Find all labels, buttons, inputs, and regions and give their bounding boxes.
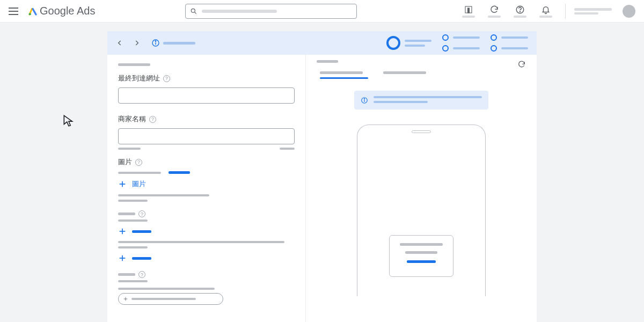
ad-preview-card (389, 235, 453, 277)
preview-tab-2[interactable] (383, 71, 426, 79)
plus-icon (123, 296, 128, 302)
preview-tab-1[interactable] (320, 71, 368, 79)
reports-button[interactable] (458, 5, 479, 18)
plus-icon (118, 227, 127, 236)
svg-point-20 (364, 99, 364, 99)
preview-panel (306, 55, 537, 322)
help-icon[interactable]: ? (149, 116, 156, 123)
business-name-label: 商家名稱 ? (118, 114, 295, 124)
images-label: 圖片 ? (118, 157, 295, 167)
header-actions (458, 4, 635, 19)
pill-input[interactable] (118, 293, 223, 305)
refresh-preview-icon[interactable] (517, 60, 526, 69)
info-icon (361, 97, 368, 104)
help-icon[interactable]: ? (163, 75, 170, 82)
stepper-bar (107, 31, 537, 55)
back-icon[interactable] (116, 39, 123, 47)
ads-logo-icon (28, 6, 38, 16)
refresh-button[interactable] (484, 5, 505, 18)
help-button[interactable] (509, 5, 531, 18)
info-icon (151, 39, 160, 47)
svg-point-0 (29, 13, 31, 15)
bell-icon (541, 5, 551, 14)
cursor-icon (62, 114, 76, 130)
add-image-button[interactable]: 圖片 (118, 179, 295, 189)
main-container: 最終到達網址 ? 商家名稱 ? 圖片 ? 圖片 (107, 31, 537, 322)
svg-line-2 (195, 12, 196, 13)
help-icon (515, 5, 525, 14)
section-label: ? (118, 210, 295, 217)
svg-point-1 (192, 9, 195, 12)
image-aspect-link[interactable] (169, 171, 190, 174)
final-url-label: 最終到達網址 ? (118, 74, 295, 83)
add-item-button-2[interactable] (118, 254, 295, 262)
input-helper-row (118, 148, 295, 150)
search-placeholder (202, 10, 277, 13)
stepper-steps (386, 34, 528, 52)
menu-icon[interactable] (9, 5, 21, 18)
plus-icon (118, 180, 127, 188)
help-icon[interactable]: ? (138, 271, 145, 278)
step-5[interactable] (491, 45, 528, 52)
product-logo[interactable]: Google Ads (28, 5, 95, 17)
section-title (118, 63, 150, 66)
step-4[interactable] (491, 34, 528, 41)
step-3[interactable] (442, 45, 480, 52)
help-icon[interactable]: ? (135, 159, 142, 166)
reports-icon (464, 5, 473, 14)
help-icon[interactable]: ? (138, 210, 145, 217)
section-label-2: ? (118, 271, 295, 278)
forward-icon[interactable] (133, 39, 141, 47)
refresh-icon (489, 5, 499, 14)
search-input[interactable] (185, 4, 357, 19)
app-header: Google Ads (0, 0, 644, 23)
svg-rect-4 (468, 8, 470, 13)
business-name-input[interactable] (118, 128, 295, 144)
svg-point-9 (155, 41, 156, 41)
add-item-button-1[interactable] (118, 227, 295, 236)
info-banner (354, 91, 488, 109)
device-speaker (412, 130, 431, 133)
account-info[interactable] (574, 8, 612, 14)
device-preview (357, 125, 486, 296)
notifications-button[interactable] (535, 5, 557, 18)
plus-icon (118, 254, 127, 262)
svg-point-6 (519, 11, 520, 12)
avatar[interactable] (623, 5, 635, 18)
step-2[interactable] (442, 34, 480, 41)
form-panel: 最終到達網址 ? 商家名稱 ? 圖片 ? 圖片 (107, 55, 306, 322)
logo-text: Google Ads (40, 5, 95, 17)
preview-tabs (317, 71, 526, 79)
search-icon (190, 8, 197, 15)
divider (565, 4, 566, 19)
step-current[interactable] (386, 36, 431, 50)
final-url-input[interactable] (118, 87, 295, 104)
